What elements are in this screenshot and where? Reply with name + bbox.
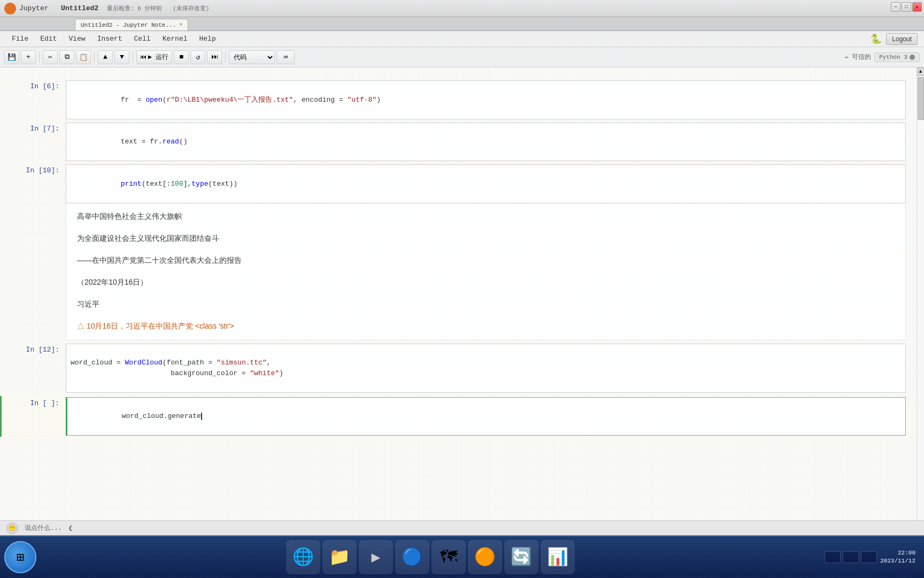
chrome-taskbar-button[interactable]: 🔵 xyxy=(395,540,429,574)
collapse-button[interactable]: ❮ xyxy=(68,523,73,533)
cell-10: In [10]: print(text[:100],type(text)) 高举… xyxy=(0,163,917,341)
notebook-content: In [6]: fr = open(r"D:\LB1\pweeku4\一丁入报告… xyxy=(0,67,917,535)
media-taskbar-button[interactable]: ▶ xyxy=(359,540,393,574)
status-bar: 😶 说点什么... ❮ xyxy=(0,520,924,535)
tab-bar: Untitled2 - Jupyter Note... × xyxy=(0,17,924,31)
cell-6: In [6]: fr = open(r"D:\LB1\pweeku4\一丁入报告… xyxy=(0,79,917,120)
tab-untitled2[interactable]: Untitled2 - Jupyter Note... × xyxy=(75,19,188,31)
keyboard-shortcut-button[interactable]: ⌨ xyxy=(276,50,295,64)
menubar: File Edit View Insert Cell Kernel Help 🐍… xyxy=(0,31,924,47)
close-button[interactable]: ✕ xyxy=(912,2,922,12)
stop-button[interactable]: ■ xyxy=(174,50,189,64)
move-up-button[interactable]: ▲ xyxy=(98,50,113,64)
system-tray xyxy=(825,551,877,563)
main-window: Jy Jupyter Untitled2 最后检查: 6 分钟前 (未保存改变)… xyxy=(0,0,924,535)
tray-btn-3[interactable] xyxy=(861,551,877,563)
output-line-5: 习近平 xyxy=(71,293,901,315)
kernel-badge: Python 3 xyxy=(874,52,920,62)
toolbar-separator-1 xyxy=(39,51,40,63)
chat-label[interactable]: 说点什么... xyxy=(25,523,62,533)
last-saved: 最后检查: 6 分钟前 (未保存改变) xyxy=(107,5,209,12)
save-button[interactable]: 💾 xyxy=(4,50,19,64)
scrollbar[interactable]: ▲ ▼ xyxy=(917,67,924,535)
trusted-icon: ✏ xyxy=(845,53,849,61)
menu-cell[interactable]: Cell xyxy=(128,33,156,45)
output-line-2: 为全面建设社会主义现代化国家而团结奋斗 xyxy=(71,227,901,249)
maps-taskbar-button[interactable]: 🗺 xyxy=(432,540,466,574)
chat-face-icon: 😶 xyxy=(9,524,16,531)
menu-insert[interactable]: Insert xyxy=(92,33,128,45)
cell-10-input[interactable]: print(text[:100],type(text)) xyxy=(66,164,906,203)
menu-file[interactable]: File xyxy=(6,33,34,45)
menu-help[interactable]: Help xyxy=(194,33,221,45)
run-skip-icon: ⏮ xyxy=(140,53,147,61)
cell-new-body: word_cloud.generate xyxy=(66,397,906,436)
chat-icon[interactable]: 😶 xyxy=(6,522,18,534)
app-name: Jupyter xyxy=(19,4,49,12)
cell-7-body: text = fr.read() xyxy=(66,123,906,162)
toolbar-separator-4 xyxy=(225,51,226,63)
tray-btn-2[interactable] xyxy=(843,551,859,563)
minimize-button[interactable]: ─ xyxy=(891,2,900,12)
taskbar-items: 🌐 📁 ▶ 🔵 🗺 🟠 🔄 📊 xyxy=(38,540,822,574)
taskbar: ⊞ 🌐 📁 ▶ 🔵 🗺 🟠 🔄 📊 22:00 2023/11/12 xyxy=(0,535,924,578)
scroll-track xyxy=(917,76,924,527)
cell-10-output: 高举中国特色社会主义伟大旗帜 为全面建设社会主义现代化国家而团结奋斗 ——在中国… xyxy=(66,203,906,340)
trusted-area: ✏ 可信的 Python 3 xyxy=(845,52,920,62)
jupyter-logo-icon: Jy xyxy=(6,4,15,13)
output-line-3: ——在中国共产党第二十次全国代表大会上的报告 xyxy=(71,249,901,271)
tray-btn-1[interactable] xyxy=(825,551,841,563)
cell-new-prompt: In [ ]: xyxy=(2,397,66,436)
restart-run-button[interactable]: ⏭ xyxy=(207,50,222,64)
restart-button[interactable]: ↺ xyxy=(190,50,205,64)
run-button[interactable]: ⏮ ▶ 运行 xyxy=(136,50,172,64)
cell-10-body: print(text[:100],type(text)) 高举中国特色社会主义伟… xyxy=(66,164,906,340)
file-explorer-taskbar-button[interactable]: 📁 xyxy=(322,540,357,574)
toolbar-separator-3 xyxy=(133,51,133,63)
taskbar-right: 22:00 2023/11/12 xyxy=(825,549,915,566)
cell-new-input[interactable]: word_cloud.generate xyxy=(66,397,906,436)
date-display: 2023/11/12 xyxy=(880,557,915,565)
kernel-label: Python 3 xyxy=(879,54,907,60)
output-line-6: △ 10月16日，习近平在中国共产党 <class 'str'> xyxy=(71,315,901,337)
output-line-4: （2022年10月16日） xyxy=(71,271,901,293)
cell-10-prompt: In [10]: xyxy=(2,164,66,340)
add-cell-button[interactable]: + xyxy=(21,50,36,64)
output-line-1: 高举中国特色社会主义伟大旗帜 xyxy=(71,206,901,227)
app5-taskbar-button[interactable]: 🟠 xyxy=(468,540,502,574)
cell-12-prompt: In [12]: xyxy=(2,344,66,393)
kernel-status-icon xyxy=(910,55,915,60)
cell-6-input[interactable]: fr = open(r"D:\LB1\pweeku4\一丁入报告.txt", e… xyxy=(66,80,906,119)
powerpoint-taskbar-button[interactable]: 📊 xyxy=(541,540,575,574)
ie-taskbar-button[interactable]: 🌐 xyxy=(286,540,320,574)
move-down-button[interactable]: ▼ xyxy=(114,50,129,64)
start-icon: ⊞ xyxy=(17,550,24,565)
logout-button[interactable]: Logout xyxy=(886,33,918,45)
cell-type-select[interactable]: 代码 Markdown Raw xyxy=(229,50,275,64)
tab-close-button[interactable]: × xyxy=(179,22,182,28)
cell-6-prompt: In [6]: xyxy=(2,80,66,119)
maximize-button[interactable]: □ xyxy=(902,2,911,12)
toolbar: 💾 + ✂ ⧉ 📋 ▲ ▼ ⏮ ▶ 运行 ■ ↺ ⏭ 代码 Markdown R… xyxy=(0,47,924,67)
run-label: ▶ 运行 xyxy=(148,52,168,62)
trusted-label: 可信的 xyxy=(852,52,871,62)
start-button[interactable]: ⊞ xyxy=(4,541,36,573)
python-logo-icon: 🐍 xyxy=(870,33,882,45)
menu-edit[interactable]: Edit xyxy=(35,33,62,45)
scroll-thumb[interactable] xyxy=(918,77,924,120)
datetime-display: 22:00 2023/11/12 xyxy=(880,549,915,566)
scroll-up-button[interactable]: ▲ xyxy=(917,67,925,76)
toolbar-separator-2 xyxy=(94,51,95,63)
cell-7-input[interactable]: text = fr.read() xyxy=(66,123,906,162)
cell-7-prompt: In [7]: xyxy=(2,123,66,162)
notebook-name: Untitled2 xyxy=(61,4,98,12)
menu-kernel[interactable]: Kernel xyxy=(157,33,193,45)
tab-label: Untitled2 - Jupyter Note... xyxy=(81,22,176,28)
app6-taskbar-button[interactable]: 🔄 xyxy=(504,540,538,574)
copy-button[interactable]: ⧉ xyxy=(59,50,74,64)
cell-12-input[interactable]: word_cloud = WordCloud(font_path = "sims… xyxy=(66,344,906,393)
cut-button[interactable]: ✂ xyxy=(43,50,58,64)
menu-view[interactable]: View xyxy=(63,33,90,45)
titlebar-title: Jupyter Untitled2 最后检查: 6 分钟前 (未保存改变) xyxy=(19,4,920,12)
paste-button[interactable]: 📋 xyxy=(76,50,91,64)
